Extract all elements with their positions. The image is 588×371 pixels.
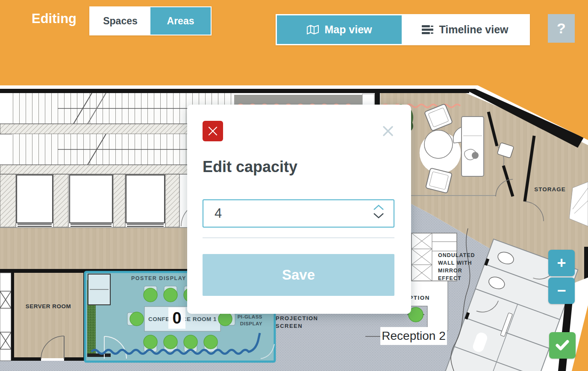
ondulated-label-1: ONDULATED (438, 252, 475, 258)
increment-arrow-icon[interactable] (373, 204, 384, 210)
timeline-icon (422, 25, 434, 35)
editing-label: Editing (32, 11, 76, 26)
zoom-out-button[interactable]: − (548, 278, 575, 304)
timeline-view-label: Timeline view (439, 23, 508, 36)
projection-screen-label-1: PROJECTION (276, 315, 318, 321)
poster-display-label: POSTER DISPLAY W (131, 275, 194, 281)
ondulated-label-2: WALL WITH (438, 260, 472, 266)
ondulated-label-4: EFFECT (438, 275, 462, 281)
storage-label: STORAGE (534, 186, 566, 193)
mode-toggle: Spaces Areas (89, 6, 212, 35)
zoom-in-button[interactable]: + (548, 250, 575, 276)
check-icon (556, 340, 569, 351)
projection-screen-label-2: SCREEN (276, 323, 303, 329)
close-icon[interactable] (380, 123, 396, 139)
modal-divider (203, 237, 394, 238)
map-icon (306, 25, 319, 35)
server-room-label: SERVER ROOM (26, 303, 71, 310)
view-toggle: Map view Timeline view (276, 14, 530, 45)
delete-button[interactable] (203, 121, 223, 141)
map-view-tab[interactable]: Map view (277, 15, 402, 44)
areas-tab[interactable]: Areas (150, 7, 211, 35)
decrement-arrow-icon[interactable] (373, 213, 384, 219)
capacity-badge-value: 0 (172, 309, 181, 327)
spaces-tab[interactable]: Spaces (90, 7, 150, 35)
capacity-input[interactable]: 4 (203, 199, 394, 228)
help-button[interactable]: ? (548, 14, 575, 43)
ondulated-label-3: MIRROR (438, 268, 462, 274)
save-button[interactable]: Save (203, 254, 394, 296)
map-view-label: Map view (324, 23, 372, 36)
timeline-view-tab[interactable]: Timeline view (402, 15, 529, 44)
confirm-button[interactable] (549, 332, 576, 359)
edit-capacity-modal: Edit capacity 4 Save (187, 105, 411, 314)
pi-glass-label-1: PI-GLASS (238, 314, 262, 319)
capacity-value: 4 (215, 206, 222, 221)
reception-2-label: Reception 2 (382, 329, 445, 342)
delete-x-icon (208, 126, 218, 136)
modal-title: Edit capacity (203, 158, 297, 176)
pi-glass-label-2: DISPLAY (240, 321, 262, 326)
